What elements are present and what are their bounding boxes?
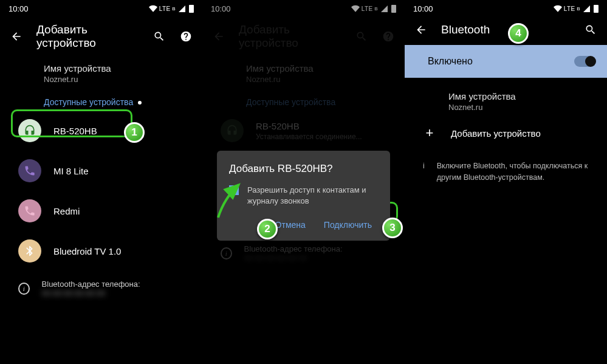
connect-button[interactable]: Подключить (318, 215, 378, 235)
plus-icon: + (423, 125, 436, 141)
step-badge-2: 2 (257, 219, 278, 239)
clock: 10:00 (9, 4, 29, 13)
status-icons: LTEB (554, 4, 598, 13)
step-badge-1: 1 (124, 122, 145, 143)
screenshot-panel-3: 10:00 LTEB Bluetooth Включено Имя устрой… (405, 0, 607, 364)
annotation-arrow (212, 180, 246, 222)
device-name-section[interactable]: Имя устройства Noznet.ru (0, 57, 202, 86)
device-row-mi8[interactable]: MI 8 Lite (0, 151, 202, 191)
info-icon: i (18, 283, 30, 295)
statusbar: 10:00 LTE B (0, 0, 202, 15)
statusbar: 10:00 LTEB (405, 0, 607, 15)
screenshot-panel-1: 10:00 LTE B Добавить устройство Имя устр… (0, 0, 202, 364)
appbar: Bluetooth (405, 15, 607, 44)
bluetooth-icon (18, 239, 41, 263)
bt-address-row: i Bluetooth-адрес телефона: 00:00:00:00:… (0, 271, 202, 306)
appbar: Добавить устройство (0, 15, 202, 57)
help-icon[interactable] (179, 30, 193, 43)
page-title: Bluetooth (441, 23, 571, 36)
clock: 10:00 (413, 4, 433, 13)
device-row-rb520hb[interactable]: RB-520HB (0, 111, 202, 151)
phone-icon (18, 159, 41, 182)
hint-row: i Включите Bluetooth, чтобы подключаться… (405, 152, 607, 192)
search-icon[interactable] (153, 30, 166, 43)
step-badge-4: 4 (508, 23, 529, 44)
screenshot-panel-2: 10:00 LTEB Добавить устройство Имя устро… (202, 0, 405, 364)
available-devices-header: Доступные устройства (0, 86, 202, 111)
dialog-title: Добавить RB-520HB? (229, 163, 378, 175)
add-device-row[interactable]: + Добавить устройство (405, 114, 607, 152)
device-row-redmi[interactable]: Redmi (0, 191, 202, 231)
search-icon[interactable] (584, 23, 597, 36)
headset-icon (18, 119, 41, 142)
bluetooth-toggle-row[interactable]: Включено (405, 45, 607, 78)
phone-icon (18, 199, 41, 222)
device-name-section[interactable]: Имя устройства Noznet.ru (405, 78, 607, 114)
back-icon[interactable] (414, 23, 428, 36)
status-icons: LTE B (149, 4, 194, 13)
step-badge-3: 3 (382, 218, 403, 238)
page-title: Добавить устройство (36, 23, 139, 50)
contacts-checkbox-row[interactable]: Разрешить доступ к контактам и журналу з… (229, 185, 378, 207)
device-row-bluedroid[interactable]: Bluedroid TV 1.0 (0, 231, 202, 271)
toggle-switch[interactable] (574, 56, 595, 67)
info-icon: i (423, 160, 425, 184)
back-icon[interactable] (10, 30, 23, 43)
